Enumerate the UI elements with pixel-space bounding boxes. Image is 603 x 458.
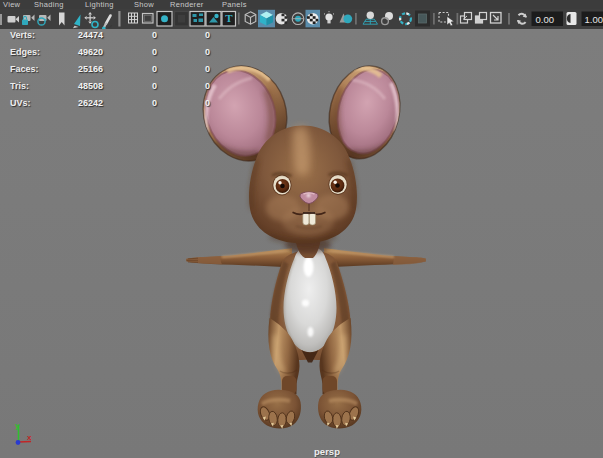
svg-text:y: y (15, 421, 20, 430)
svg-text:1.00: 1.00 (585, 14, 603, 25)
svg-text:x: x (27, 433, 32, 442)
svg-text:T: T (225, 12, 233, 24)
svg-text:0.00: 0.00 (536, 14, 555, 25)
